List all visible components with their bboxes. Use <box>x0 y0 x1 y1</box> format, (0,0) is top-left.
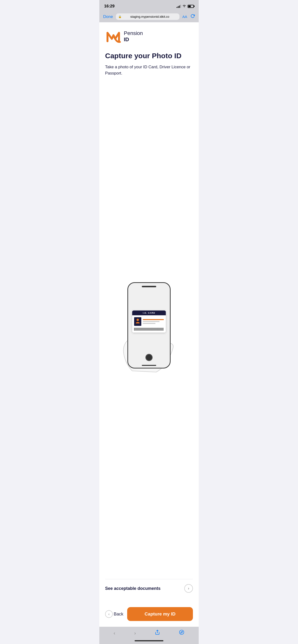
status-time: 16:29 <box>104 4 114 8</box>
share-icon[interactable] <box>155 630 160 636</box>
phone-notch <box>142 286 156 287</box>
status-icons <box>177 4 194 8</box>
id-card-lines <box>143 317 164 326</box>
illustration-area: I.D. CARD <box>105 84 193 572</box>
logo-mark <box>105 28 122 45</box>
back-nav-arrow[interactable]: ‹ <box>114 630 115 636</box>
phone-illustration: I.D. CARD <box>123 282 175 373</box>
home-indicator-bar <box>135 640 163 641</box>
svg-point-1 <box>136 319 139 321</box>
page-heading: Capture your Photo ID <box>105 52 193 60</box>
url-bar[interactable]: 🔒 staging.mypensionid.idkit.co <box>116 14 180 20</box>
browser-bottom-bar: ‹ › <box>99 627 199 638</box>
id-card-header: I.D. CARD <box>132 310 166 315</box>
lock-icon: 🔒 <box>118 15 122 18</box>
capture-button[interactable]: Capture my ID <box>127 607 193 621</box>
phone-camera-button <box>145 354 153 361</box>
done-button[interactable]: Done <box>103 14 113 19</box>
id-card-body <box>132 315 166 328</box>
logo-text: Pension ID <box>124 30 143 43</box>
back-button[interactable]: ‹ Back <box>105 610 123 618</box>
logo-area: Pension ID <box>105 28 193 45</box>
id-line-3 <box>143 323 156 324</box>
chevron-right-icon: › <box>188 586 189 590</box>
aa-button[interactable]: AA <box>182 14 187 19</box>
compass-icon[interactable] <box>179 630 184 636</box>
acceptable-docs-row[interactable]: See acceptable documents › <box>105 579 193 598</box>
id-barcode <box>134 328 164 330</box>
back-label: Back <box>114 612 123 617</box>
logo-id: ID <box>124 36 143 43</box>
id-card-mockup: I.D. CARD <box>132 310 166 332</box>
acceptable-docs-label: See acceptable documents <box>105 586 161 591</box>
acceptable-docs-chevron[interactable]: › <box>184 584 193 593</box>
refresh-button[interactable] <box>191 14 195 20</box>
logo-pension: Pension <box>124 30 143 36</box>
home-indicator <box>99 638 199 644</box>
id-line-1 <box>143 319 164 320</box>
url-text: staging.mypensionid.idkit.co <box>123 15 177 18</box>
id-line-2 <box>143 321 160 322</box>
forward-nav-arrow[interactable]: › <box>134 630 136 636</box>
battery-icon <box>188 5 194 8</box>
svg-point-0 <box>184 7 185 7</box>
bottom-actions: ‹ Back Capture my ID <box>105 602 193 627</box>
page-subtext: Take a photo of your ID Card, Driver Lic… <box>105 64 193 76</box>
status-bar: 16:29 <box>99 0 199 12</box>
browser-actions: AA <box>182 14 195 20</box>
phone-home-bar <box>142 365 156 366</box>
browser-bar: Done 🔒 staging.mypensionid.idkit.co AA <box>99 12 199 22</box>
id-card-person-icon <box>135 318 140 325</box>
main-content: Pension ID Capture your Photo ID Take a … <box>99 22 199 627</box>
svg-marker-4 <box>181 631 183 633</box>
svg-point-3 <box>180 630 184 634</box>
phone-screen: I.D. CARD <box>128 289 170 354</box>
id-card-photo <box>134 317 141 326</box>
back-chevron-icon: ‹ <box>105 610 113 618</box>
wifi-icon <box>182 4 186 8</box>
phone-frame: I.D. CARD <box>127 282 171 368</box>
signal-icon <box>177 4 181 8</box>
